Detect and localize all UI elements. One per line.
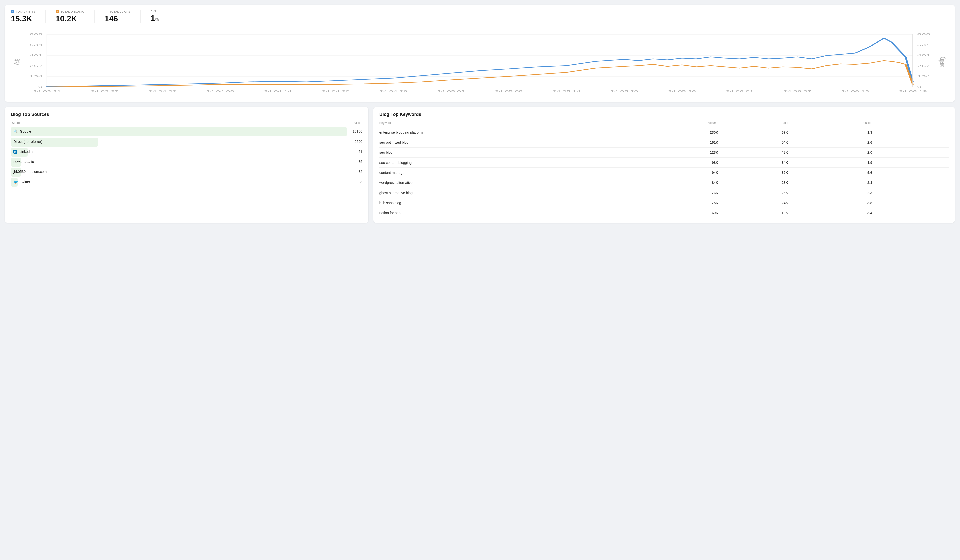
keyword-volume: 94K — [640, 168, 720, 178]
svg-text:24.04.20: 24.04.20 — [322, 90, 350, 93]
svg-text:24.06.01: 24.06.01 — [726, 90, 754, 93]
source-name-twitter: Twitter — [20, 180, 30, 184]
sources-card: Blog Top Sources Source Visits 🔍 Google … — [5, 107, 368, 223]
visits-checkbox[interactable]: ✓ — [11, 10, 14, 13]
sources-col-source: Source — [12, 121, 21, 125]
keyword-volume: 84K — [640, 178, 720, 188]
keyword-traffic: 19K — [720, 208, 790, 218]
source-visits-linkedin: 51 — [350, 150, 363, 154]
keyword-volume: 230K — [640, 128, 720, 137]
svg-text:267: 267 — [29, 64, 43, 68]
keyword-volume: 75K — [640, 198, 720, 208]
col-keyword: Keyword — [379, 121, 640, 128]
sources-col-visits: Visits — [354, 121, 361, 125]
source-visits-twitter: 23 — [350, 180, 363, 184]
chart-svg: 668 534 401 267 134 0 668 534 401 267 13… — [11, 32, 949, 97]
svg-text:134: 134 — [29, 75, 43, 78]
keyword-sparkline — [875, 158, 949, 168]
clicks-checkbox[interactable] — [105, 10, 108, 13]
top-stats-card: ✓ TOTAL VISITS 15.3K ✓ TOTAL ORGANIC 10.… — [5, 5, 955, 102]
keyword-name: enterprise blogging platform — [379, 128, 640, 137]
keyword-row: seo content blogging 98K 34K 1.9 — [379, 158, 949, 168]
svg-text:267: 267 — [917, 64, 931, 68]
clicks-label: TOTAL CLICKS — [110, 10, 131, 13]
keyword-sparkline — [875, 128, 949, 137]
keyword-sparkline — [875, 198, 949, 208]
keyword-row: content manager 94K 32K 5.6 — [379, 168, 949, 178]
keyword-traffic: 26K — [720, 188, 790, 198]
svg-text:Organic: Organic — [939, 57, 948, 67]
keyword-position: 2.6 — [790, 137, 875, 147]
keyword-row: seo optimized blog 161K 54K 2.6 — [379, 137, 949, 147]
metric-total-clicks: TOTAL CLICKS 146 — [105, 10, 141, 23]
keyword-position: 2.0 — [790, 147, 875, 158]
col-traffic: Traffic — [720, 121, 790, 128]
svg-text:24.04.26: 24.04.26 — [379, 90, 408, 93]
organic-value: 10.2K — [56, 14, 85, 23]
visits-label: TOTAL VISITS — [16, 10, 35, 13]
linkedin-icon: in — [13, 150, 18, 154]
organic-line — [47, 61, 913, 87]
svg-text:24.05.08: 24.05.08 — [495, 90, 523, 93]
keyword-row: ghost alternative blog 76K 26K 2.3 — [379, 188, 949, 198]
svg-text:24.05.26: 24.05.26 — [668, 90, 696, 93]
source-row-direct: Direct (no-referrer) 2590 — [11, 138, 363, 146]
source-row-twitter: 🐦 Twitter 23 — [11, 178, 363, 186]
keyword-row: wordpress alternative 84K 28K 2.1 — [379, 178, 949, 188]
metric-total-visits: ✓ TOTAL VISITS 15.3K — [11, 10, 46, 23]
keyword-sparkline — [875, 178, 949, 188]
col-position: Position — [790, 121, 875, 128]
svg-text:24.03.27: 24.03.27 — [91, 90, 119, 93]
source-name-linkedin: LinkedIn — [19, 150, 33, 154]
keywords-table: Keyword Volume Traffic Position enterpri… — [379, 121, 949, 218]
keyword-row: seo blog 123K 48K 2.0 — [379, 147, 949, 158]
keyword-position: 3.4 — [790, 208, 875, 218]
organic-label: TOTAL ORGANIC — [61, 10, 85, 13]
keyword-name: wordpress alternative — [379, 178, 640, 188]
keyword-sparkline — [875, 208, 949, 218]
cvr-label: CVR — [151, 10, 157, 13]
svg-text:534: 534 — [917, 43, 931, 47]
metrics-row: ✓ TOTAL VISITS 15.3K ✓ TOTAL ORGANIC 10.… — [11, 10, 949, 27]
source-visits-hada: 35 — [350, 160, 363, 164]
keyword-name: notion for seo — [379, 208, 640, 218]
keyword-sparkline — [875, 137, 949, 147]
keyword-name: content manager — [379, 168, 640, 178]
organic-checkbox[interactable]: ✓ — [56, 10, 59, 13]
cvr-value: 1% — [151, 14, 159, 23]
keyword-name: b2b saas blog — [379, 198, 640, 208]
keyword-position: 2.3 — [790, 188, 875, 198]
keyword-volume: 69K — [640, 208, 720, 218]
keyword-volume: 76K — [640, 188, 720, 198]
clicks-value: 146 — [105, 14, 131, 23]
source-row-hada: news.hada.io 35 — [11, 158, 363, 166]
metric-cvr: CVR 1% — [151, 10, 169, 23]
svg-text:0: 0 — [917, 85, 922, 89]
source-name-hada: news.hada.io — [13, 160, 34, 164]
keyword-name: seo optimized blog — [379, 137, 640, 147]
source-row-google: 🔍 Google 10156 — [11, 127, 363, 136]
keyword-position: 3.8 — [790, 198, 875, 208]
source-visits-medium: 32 — [350, 170, 363, 174]
svg-text:24.05.20: 24.05.20 — [610, 90, 638, 93]
keyword-volume: 161K — [640, 137, 720, 147]
keyword-traffic: 24K — [720, 198, 790, 208]
svg-text:Visits: Visits — [12, 59, 21, 65]
col-volume: Volume — [640, 121, 720, 128]
keyword-sparkline — [875, 168, 949, 178]
svg-text:24.04.02: 24.04.02 — [149, 90, 176, 93]
source-name-direct: Direct (no-referrer) — [13, 140, 43, 144]
keyword-traffic: 67K — [720, 128, 790, 137]
svg-text:24.06.13: 24.06.13 — [841, 90, 869, 93]
keyword-row: b2b saas blog 75K 24K 3.8 — [379, 198, 949, 208]
keywords-card: Blog Top Keywords Keyword Volume Traffic… — [373, 107, 955, 223]
google-search-icon: 🔍 — [13, 129, 18, 134]
source-visits-direct: 2590 — [350, 140, 363, 144]
keyword-sparkline — [875, 147, 949, 158]
keyword-row: notion for seo 69K 19K 3.4 — [379, 208, 949, 218]
keyword-position: 1.9 — [790, 158, 875, 168]
keyword-position: 1.3 — [790, 128, 875, 137]
visits-value: 15.3K — [11, 14, 35, 23]
keyword-traffic: 28K — [720, 178, 790, 188]
svg-text:24.04.08: 24.04.08 — [206, 90, 234, 93]
